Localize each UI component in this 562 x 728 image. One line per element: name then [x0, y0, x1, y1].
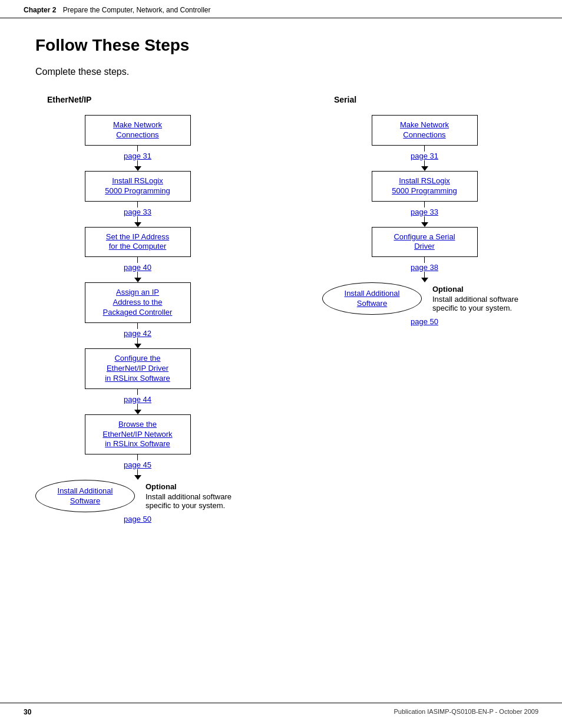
eth-step7-ellipse: Install AdditionalSoftware	[35, 480, 135, 512]
eth-step6-link[interactable]: Browse theEtherNet/IP Networkin RSLinx S…	[103, 420, 172, 450]
ethernet-header: EtherNet/IP	[47, 95, 91, 104]
eth-optional-row: Install AdditionalSoftware Optional Inst…	[35, 480, 240, 512]
eth-step3-link[interactable]: Set the IP Addressfor the Computer	[106, 232, 169, 252]
eth-step2-box: Install RSLogix5000 Programming	[85, 171, 191, 202]
eth-step1-page[interactable]: page 31	[124, 151, 151, 160]
ser-step4-page[interactable]: page 50	[411, 317, 438, 326]
serial-column: Serial Make NetworkConnections page 31 I…	[322, 95, 527, 523]
ser-step2-link[interactable]: Install RSLogix5000 Programming	[392, 176, 457, 196]
eth-step7-link[interactable]: Install AdditionalSoftware	[58, 486, 113, 506]
page-title: Follow These Steps	[35, 36, 527, 55]
ser-step4-link[interactable]: Install AdditionalSoftware	[345, 289, 400, 309]
ser-optional-desc: Install additional software specific to …	[432, 295, 518, 312]
ser-step1-page[interactable]: page 31	[411, 151, 438, 160]
chapter-title: Prepare the Computer, Network, and Contr…	[63, 6, 211, 14]
subtitle: Complete these steps.	[35, 67, 527, 77]
eth-optional-title: Optional	[146, 482, 240, 491]
eth-optional-desc: Install additional software specific to …	[146, 492, 232, 510]
ser-optional-row: Install AdditionalSoftware Optional Inst…	[322, 282, 527, 315]
eth-step5-page[interactable]: page 44	[124, 395, 151, 404]
eth-step3-page[interactable]: page 40	[124, 263, 151, 272]
eth-step1-box: Make NetworkConnections	[85, 115, 191, 146]
main-content: Follow These Steps Complete these steps.…	[0, 18, 562, 559]
eth-step6-page[interactable]: page 45	[124, 460, 151, 469]
ser-step1-link[interactable]: Make NetworkConnections	[400, 120, 449, 140]
eth-step4-page[interactable]: page 42	[124, 329, 151, 338]
eth-step7-page[interactable]: page 50	[124, 515, 151, 523]
serial-header: Serial	[334, 95, 356, 104]
ser-optional-label: Optional Install additional software spe…	[432, 285, 527, 312]
ser-step3-link[interactable]: Configure a SerialDriver	[394, 232, 455, 252]
eth-step3-box: Set the IP Addressfor the Computer	[85, 227, 191, 258]
footer-page-number: 30	[24, 708, 31, 716]
page-footer: 30 Publication IASIMP-QS010B-EN-P - Octo…	[0, 703, 562, 716]
eth-step6-box: Browse theEtherNet/IP Networkin RSLinx S…	[85, 414, 191, 455]
eth-step5-link[interactable]: Configure theEtherNet/IP Driverin RSLinx…	[105, 354, 170, 384]
eth-step2-page[interactable]: page 33	[124, 207, 151, 216]
ser-step4-ellipse: Install AdditionalSoftware	[322, 282, 422, 315]
ser-step3-box: Configure a SerialDriver	[372, 227, 478, 258]
ethernet-column: EtherNet/IP Make NetworkConnections page…	[35, 95, 240, 523]
page: Chapter 2 Prepare the Computer, Network,…	[0, 0, 562, 728]
ser-step1-box: Make NetworkConnections	[372, 115, 478, 146]
ser-step2-page[interactable]: page 33	[411, 207, 438, 216]
eth-step4-link[interactable]: Assign an IPAddress to thePackaged Contr…	[103, 288, 173, 318]
eth-step5-box: Configure theEtherNet/IP Driverin RSLinx…	[85, 348, 191, 389]
diagram-area: EtherNet/IP Make NetworkConnections page…	[35, 95, 527, 523]
eth-step1-link[interactable]: Make NetworkConnections	[113, 120, 162, 140]
page-header: Chapter 2 Prepare the Computer, Network,…	[0, 0, 562, 18]
ser-step2-box: Install RSLogix5000 Programming	[372, 171, 478, 202]
ser-optional-title: Optional	[432, 285, 527, 294]
footer-publication: Publication IASIMP-QS010B-EN-P - October…	[394, 708, 538, 716]
chapter-label: Chapter 2	[24, 6, 56, 14]
eth-step4-box: Assign an IPAddress to thePackaged Contr…	[85, 282, 191, 323]
eth-optional-label: Optional Install additional software spe…	[146, 482, 240, 510]
ser-step3-page[interactable]: page 38	[411, 263, 438, 272]
eth-step2-link[interactable]: Install RSLogix5000 Programming	[105, 176, 170, 196]
